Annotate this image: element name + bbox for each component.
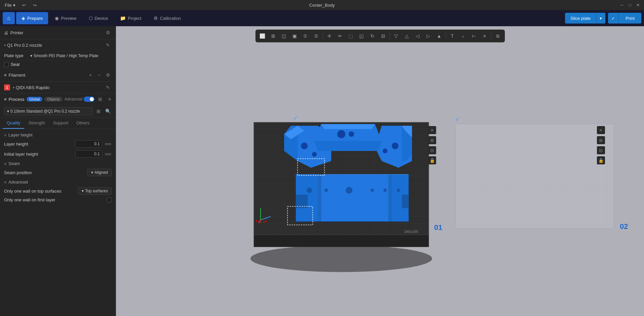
printer-section-header: 🖨 Printer ⚙ <box>0 26 116 39</box>
maximize-button[interactable]: □ <box>627 2 633 8</box>
redo-icon: ↪ <box>33 3 37 8</box>
tab-others[interactable]: Others <box>72 118 93 129</box>
seam-position-row: Seam position ▾ Aligned <box>0 167 116 177</box>
process-grid-button[interactable]: ⊞ <box>96 95 104 103</box>
svg-point-60 <box>258 221 259 222</box>
toolbar-arrange-btn[interactable]: ⧉ <box>493 31 503 41</box>
svg-point-0 <box>250 245 432 272</box>
plate-type-label: Plate type <box>4 53 28 58</box>
toolbar-select-btn[interactable]: ⬚ <box>346 31 356 41</box>
tab-quality[interactable]: Quality <box>3 118 24 129</box>
home-icon: ⌂ <box>7 15 10 21</box>
toolbar-paint-btn[interactable]: ✏ <box>335 31 345 41</box>
svg-rect-44 <box>296 195 308 208</box>
profile-copy-button[interactable]: ⊞ <box>95 108 102 115</box>
tab-preview[interactable]: ◉ Preview <box>49 12 82 24</box>
toolbar-back-btn[interactable]: △ <box>402 31 412 41</box>
toolbar-scale-btn[interactable]: ◱ <box>357 31 367 41</box>
seal-label: Seal <box>11 62 19 67</box>
printer-row[interactable]: ▾ Q1 Pro 0.2 nozzle ✎ <box>0 39 116 51</box>
seal-checkbox[interactable] <box>4 62 9 67</box>
toolbar-grid-btn[interactable]: ⊞ <box>268 31 278 41</box>
toolbar-text-btn[interactable]: T <box>447 31 457 41</box>
toolbar-view1-btn[interactable]: ① <box>300 31 311 41</box>
minimize-button[interactable]: ─ <box>618 2 625 8</box>
tab-strength[interactable]: Strength <box>24 118 49 129</box>
sidebar: 🖨 Printer ⚙ ▾ Q1 Pro 0.2 nozzle ✎ Plate … <box>0 26 116 316</box>
title-bar-left: File ▾ ↩ ↪ <box>3 1 39 9</box>
filament-add-button[interactable]: + <box>87 71 94 79</box>
toolbar-top-btn[interactable]: ▲ <box>434 31 444 41</box>
toolbar-ortho-btn[interactable]: ▣ <box>290 31 300 41</box>
toolbar-layer-btn[interactable]: ≡ <box>480 31 490 41</box>
profile-dropdown-indicator: ▾ <box>7 109 9 114</box>
toolbar-left-btn[interactable]: ◁ <box>413 31 423 41</box>
printer-settings-button[interactable]: ⚙ <box>104 29 112 36</box>
advanced-toggle[interactable] <box>84 96 94 102</box>
model-crossbar[interactable] <box>314 124 381 151</box>
close-button[interactable]: ✕ <box>635 2 641 8</box>
plate1-overlay-buttons[interactable]: ✕ ⊞ ⊟ 🔒 <box>428 126 436 164</box>
print-button[interactable]: Print <box>619 13 641 24</box>
first-layer-checkbox[interactable] <box>107 198 112 202</box>
filament-item: 1 ▾ QIDI ABS Rapido ✎ <box>0 82 116 93</box>
printer-name: ▾ Q1 Pro 0.2 nozzle <box>4 43 42 48</box>
tag-objects[interactable]: Objects <box>44 97 62 102</box>
svg-text:↙: ↙ <box>293 115 298 120</box>
toolbar-move-btn[interactable]: ✛ <box>324 31 334 41</box>
slice-dropdown-button[interactable]: ▾ <box>596 13 605 24</box>
tab-support[interactable]: Support <box>49 118 73 129</box>
layer-height-group-label: Layer height <box>8 132 33 137</box>
tab-device[interactable]: ⬡ Device <box>83 12 114 24</box>
first-layer-label: Only one wall on first layer <box>4 197 104 202</box>
filament-remove-button[interactable]: − <box>95 71 103 79</box>
svg-text:02: 02 <box>620 222 628 231</box>
tab-calibration-label: Calibration <box>160 16 181 21</box>
toolbar-view2-btn[interactable]: ② <box>311 31 321 41</box>
svg-point-63 <box>265 221 267 222</box>
filament-color-badge: 1 <box>4 84 10 90</box>
tab-prepare[interactable]: ◈ Prepare <box>16 12 48 24</box>
profile-search-button[interactable]: 🔍 <box>104 108 112 115</box>
toolbar-rotate-btn[interactable]: ↻ <box>367 31 377 41</box>
file-menu[interactable]: File ▾ <box>3 2 17 8</box>
printer-edit-button[interactable]: ✎ <box>104 41 112 49</box>
seal-row: Seal <box>0 61 116 69</box>
toolbar-perspective-btn[interactable]: ◫ <box>279 31 289 41</box>
advanced-toggle-container: Advanced <box>65 96 94 102</box>
filament-settings-button[interactable]: ⚙ <box>104 71 112 79</box>
undo-button[interactable]: ↩ <box>20 1 28 9</box>
filament-name[interactable]: ▾ QIDI ABS Rapido <box>13 85 102 90</box>
tab-project[interactable]: 📁 Project <box>115 12 147 24</box>
toolbar-cube-btn[interactable]: ⬜ <box>257 31 268 41</box>
toolbar-ruler-btn[interactable]: ⊢ <box>469 31 479 41</box>
svg-point-48 <box>301 143 308 149</box>
process-list-button[interactable]: ≡ <box>106 95 113 103</box>
toolbar-fill-btn[interactable]: ⬦ <box>458 31 468 41</box>
home-button[interactable]: ⌂ <box>3 12 15 24</box>
plate-type-value[interactable]: ▾ Smooth PEI Plate / High Temp Plate <box>30 53 98 58</box>
svg-text:✕: ✕ <box>599 128 603 133</box>
filament-edit-button[interactable]: ✎ <box>104 84 112 91</box>
first-layer-row: Only one wall on first layer <box>0 196 116 204</box>
toolbar-right-btn[interactable]: ▷ <box>424 31 434 41</box>
top-surfaces-dropdown[interactable]: ▾ Top surfaces <box>78 187 112 195</box>
tab-calibration[interactable]: ⚙ Calibration <box>148 12 186 24</box>
profile-dropdown[interactable]: ▾ 0.10mm Standard @Q1 Pro 0.2 nozzle <box>4 107 93 115</box>
initial-layer-height-input[interactable] <box>75 150 102 158</box>
svg-point-51 <box>383 149 388 153</box>
redo-button[interactable]: ↪ <box>31 1 39 9</box>
slice-plate-button[interactable]: Slice plate <box>565 13 596 24</box>
undo-icon: ↩ <box>22 3 26 8</box>
seam-position-dropdown[interactable]: ▾ Aligned <box>87 169 112 176</box>
tag-global[interactable]: Global <box>27 97 43 102</box>
toolbar-front-btn[interactable]: ▽ <box>391 31 401 41</box>
printer-chevron-icon: ▾ <box>4 43 6 47</box>
top-surfaces-row: Only one wall on top surfaces ▾ Top surf… <box>0 186 116 196</box>
svg-text:🔒: 🔒 <box>430 158 435 163</box>
toolbar-mirror-btn[interactable]: ⊟ <box>378 31 388 41</box>
toolbar-divider-3 <box>446 33 446 39</box>
print-check-button[interactable]: ✓ <box>608 13 619 24</box>
layer-height-input[interactable] <box>75 140 102 148</box>
layer-height-label: Layer height <box>4 142 73 147</box>
